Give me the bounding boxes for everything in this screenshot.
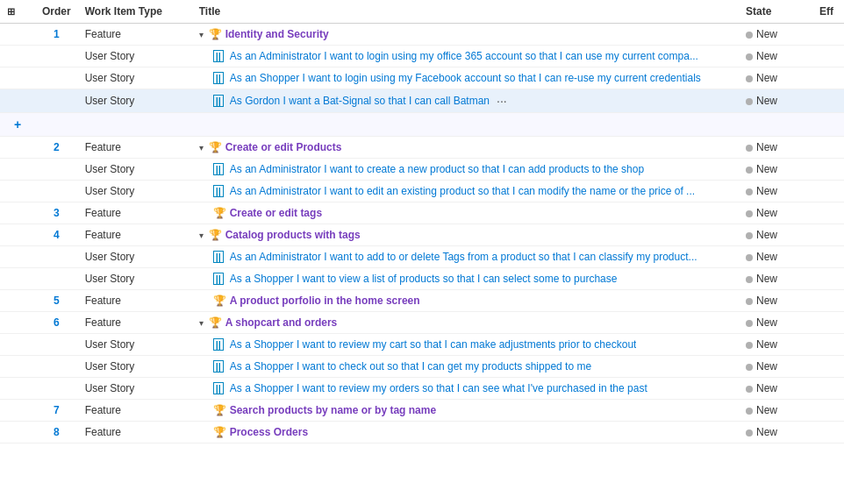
row-title[interactable]: 🏆Create or edit tags xyxy=(192,202,739,224)
row-checkbox[interactable] xyxy=(0,159,35,181)
title-link[interactable]: Create or edit tags xyxy=(230,207,322,219)
collapse-icon[interactable]: ▾ xyxy=(199,143,204,153)
state-indicator xyxy=(746,167,753,174)
row-effort xyxy=(809,356,844,378)
row-checkbox[interactable] xyxy=(0,224,35,246)
row-order xyxy=(35,89,78,113)
table-row: User Story||As an Administrator I want t… xyxy=(0,246,844,268)
row-state: New xyxy=(739,181,809,202)
row-order xyxy=(35,246,78,268)
feature-icon: 🏆 xyxy=(213,295,226,307)
row-state: New xyxy=(739,334,809,356)
state-label: New xyxy=(756,382,777,394)
row-checkbox[interactable] xyxy=(0,181,35,202)
row-effort xyxy=(809,400,844,422)
title-link[interactable]: Catalog products with tags xyxy=(225,229,361,241)
row-title[interactable]: ▾🏆Identity and Security xyxy=(192,24,739,46)
row-effort xyxy=(809,246,844,268)
title-link[interactable]: As an Administrator I want to login usin… xyxy=(230,50,698,62)
row-title[interactable]: 🏆Process Orders xyxy=(192,422,739,444)
row-work-item-type: User Story xyxy=(78,159,192,181)
feature-icon: 🏆 xyxy=(213,404,226,416)
collapse-icon[interactable]: ▾ xyxy=(199,30,204,39)
row-title[interactable]: 🏆Search products by name or by tag name xyxy=(192,400,739,422)
row-checkbox[interactable] xyxy=(0,378,35,400)
state-indicator xyxy=(746,32,753,39)
table-row: 8Feature🏆Process OrdersNew xyxy=(0,422,844,444)
row-checkbox[interactable]: + xyxy=(0,113,35,137)
row-order: 1 xyxy=(35,24,78,46)
row-state: New xyxy=(739,378,809,400)
title-link[interactable]: A product porfolio in the home screen xyxy=(230,295,420,307)
state-indicator xyxy=(746,408,753,415)
table-row: 4Feature▾🏆Catalog products with tagsNew xyxy=(0,224,844,246)
story-icon: || xyxy=(213,72,224,84)
title-link[interactable]: As an Administrator I want to add to or … xyxy=(230,251,697,263)
collapse-icon[interactable]: ▾ xyxy=(199,318,204,328)
row-title[interactable]: ||As a Shopper I want to check out so th… xyxy=(192,356,739,378)
row-state: New xyxy=(739,67,809,89)
row-order xyxy=(35,356,78,378)
row-order: 2 xyxy=(35,137,78,159)
row-effort xyxy=(809,137,844,159)
table-row: 7Feature🏆Search products by name or by t… xyxy=(0,400,844,422)
state-indicator xyxy=(746,75,753,82)
row-checkbox[interactable] xyxy=(0,356,35,378)
row-checkbox[interactable] xyxy=(0,89,35,113)
row-checkbox[interactable] xyxy=(0,137,35,159)
row-checkbox[interactable] xyxy=(0,46,35,67)
row-state: New xyxy=(739,89,809,113)
row-checkbox[interactable] xyxy=(0,422,35,444)
row-title[interactable]: ▾🏆A shopcart and orders xyxy=(192,312,739,334)
collapse-icon[interactable]: ▾ xyxy=(199,231,204,240)
row-state: New xyxy=(739,312,809,334)
row-title[interactable]: ||As an Administrator I want to edit an … xyxy=(192,181,739,202)
row-checkbox[interactable] xyxy=(0,24,35,46)
row-checkbox[interactable] xyxy=(0,334,35,356)
row-checkbox[interactable] xyxy=(0,268,35,290)
title-link[interactable]: A shopcart and orders xyxy=(225,316,338,329)
row-checkbox[interactable] xyxy=(0,312,35,334)
title-link[interactable]: As a Shopper I want to view a list of pr… xyxy=(230,273,618,285)
state-indicator xyxy=(746,386,753,393)
row-title[interactable]: ||As a Shopper I want to view a list of … xyxy=(192,268,739,290)
state-label: New xyxy=(756,316,777,329)
row-title[interactable]: ||As a Shopper I want to review my cart … xyxy=(192,334,739,356)
row-checkbox[interactable] xyxy=(0,400,35,422)
row-title[interactable]: ▾🏆Create or edit Products xyxy=(192,137,739,159)
context-menu-button[interactable]: ··· xyxy=(497,94,507,108)
row-checkbox[interactable] xyxy=(0,246,35,268)
feature-icon: 🏆 xyxy=(209,28,222,40)
title-link[interactable]: As an Administrator I want to create a n… xyxy=(230,163,644,175)
row-title[interactable]: ||As Gordon I want a Bat-Signal so that … xyxy=(192,89,739,113)
row-checkbox[interactable] xyxy=(0,67,35,89)
title-link[interactable]: As an Administrator I want to edit an ex… xyxy=(230,185,695,197)
title-link[interactable]: As Gordon I want a Bat-Signal so that I … xyxy=(230,95,490,107)
state-indicator xyxy=(746,320,753,327)
row-title[interactable]: ||As a Shopper I want to review my order… xyxy=(192,378,739,400)
row-title[interactable]: ▾🏆Catalog products with tags xyxy=(192,224,739,246)
title-link[interactable]: As a Shopper I want to review my cart so… xyxy=(230,338,637,351)
row-work-item-type: User Story xyxy=(78,67,192,89)
title-link[interactable]: As an Shopper I want to login using my F… xyxy=(230,72,701,84)
header-checkbox[interactable]: ⊞ xyxy=(0,0,35,24)
title-link[interactable]: Search products by name or by tag name xyxy=(230,404,436,416)
add-item-button[interactable]: + xyxy=(14,117,21,131)
row-work-item-type: User Story xyxy=(78,46,192,67)
row-title[interactable]: ||As an Shopper I want to login using my… xyxy=(192,67,739,89)
row-state: New xyxy=(739,24,809,46)
row-title[interactable]: ||As an Administrator I want to add to o… xyxy=(192,246,739,268)
row-checkbox[interactable] xyxy=(0,202,35,224)
state-label: New xyxy=(756,404,777,416)
title-link[interactable]: Process Orders xyxy=(230,426,308,438)
row-title[interactable]: ||As an Administrator I want to create a… xyxy=(192,159,739,181)
table-row: User Story||As a Shopper I want to check… xyxy=(0,356,844,378)
row-title[interactable]: 🏆A product porfolio in the home screen xyxy=(192,290,739,312)
title-link[interactable]: As a Shopper I want to check out so that… xyxy=(230,360,591,373)
row-checkbox[interactable] xyxy=(0,290,35,312)
state-label: New xyxy=(756,28,777,40)
row-title[interactable]: ||As an Administrator I want to login us… xyxy=(192,46,739,67)
title-link[interactable]: Create or edit Products xyxy=(225,141,342,153)
title-link[interactable]: As a Shopper I want to review my orders … xyxy=(230,382,647,394)
title-link[interactable]: Identity and Security xyxy=(225,28,329,40)
